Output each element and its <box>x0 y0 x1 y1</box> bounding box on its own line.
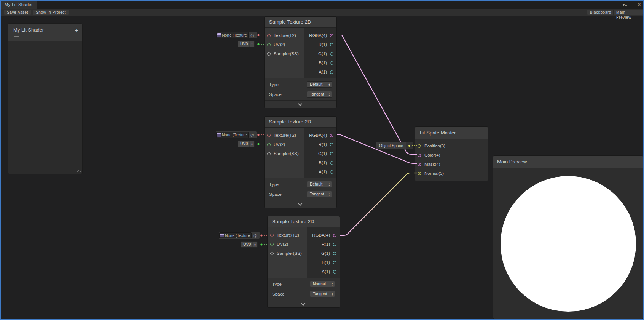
port-label: Color(4) <box>424 153 440 157</box>
port-uv-input[interactable] <box>267 43 271 46</box>
chevron-down-icon <box>301 301 305 305</box>
port-sampler-input[interactable] <box>270 252 274 255</box>
port-texture-input[interactable] <box>267 34 271 37</box>
port-b-output[interactable] <box>333 261 336 264</box>
uv-channel-dropdown-1[interactable]: UV0 ▲▼ <box>238 41 255 47</box>
port-rgba-output[interactable] <box>333 234 336 237</box>
node-title: Sample Texture 2D <box>268 216 340 227</box>
main-preview-toggle-button[interactable]: Main Preview <box>613 10 643 15</box>
type-label: Type <box>269 182 279 187</box>
port-b-output[interactable] <box>330 61 333 65</box>
port-label: R(1) <box>319 142 327 147</box>
uv-channel-dropdown-2[interactable]: UV0 ▲▼ <box>238 141 255 147</box>
sample-texture-2d-node-1[interactable]: Sample Texture 2D Texture(T2) UV(2) Samp… <box>264 16 337 108</box>
shader-preview-sphere <box>501 176 636 312</box>
tab-bar: My Lit Shader ▾≡ ✕ <box>1 1 643 9</box>
main-preview-header[interactable]: Main Preview <box>493 156 643 168</box>
port-label: RGBA(4) <box>309 133 327 138</box>
sample-texture-2d-node-2[interactable]: Sample Texture 2D Texture(T2) UV(2) Samp… <box>264 116 337 208</box>
blackboard-title: My Lit Shader <box>13 27 44 33</box>
object-picker-icon[interactable]: ◎ <box>249 32 256 38</box>
space-label: Space <box>272 292 285 296</box>
port-normal-input[interactable] <box>418 172 421 175</box>
port-a-output[interactable] <box>330 70 333 74</box>
chevron-down-icon <box>298 101 302 106</box>
port-b-output[interactable] <box>330 161 333 165</box>
blackboard-header[interactable]: My Lit Shader + <box>8 24 82 41</box>
node-title: Sample Texture 2D <box>265 17 336 28</box>
uv-channel-dropdown-3[interactable]: UV0 ▲▼ <box>241 241 258 248</box>
port-label: B(1) <box>319 61 327 65</box>
add-property-button[interactable]: + <box>75 27 78 34</box>
space-label: Space <box>269 92 282 97</box>
port-label: UV(2) <box>277 242 288 246</box>
port-uv-input[interactable] <box>267 143 271 146</box>
port-rgba-output[interactable] <box>330 134 333 137</box>
type-dropdown[interactable]: Normal▲▼ <box>310 281 335 287</box>
position-default-pill[interactable]: Object Space <box>376 142 413 149</box>
port-label: UV(2) <box>274 142 285 147</box>
port-label: Texture(T2) <box>277 233 299 237</box>
texture-object-field-2[interactable]: None (Texture ◎ <box>216 131 257 138</box>
port-g-output[interactable] <box>330 152 333 155</box>
port-r-output[interactable] <box>330 143 333 146</box>
show-in-project-button[interactable]: Show In Project <box>33 10 69 15</box>
port-color-input[interactable] <box>418 154 421 157</box>
port-uv-input[interactable] <box>270 243 274 246</box>
maximize-icon[interactable] <box>631 3 634 6</box>
dropdown-arrows-icon: ▲▼ <box>330 291 335 297</box>
space-dropdown[interactable]: Tangent▲▼ <box>310 291 335 297</box>
port-label: Sampler(SS) <box>274 51 299 56</box>
space-label: Space <box>269 192 282 197</box>
port-sampler-input[interactable] <box>267 52 271 56</box>
type-dropdown[interactable]: Default▲▼ <box>307 181 332 187</box>
collapse-previews-button[interactable] <box>265 100 336 108</box>
tab-my-lit-shader[interactable]: My Lit Shader <box>1 1 37 9</box>
dropdown-arrows-icon: ▲▼ <box>327 82 332 87</box>
port-texture-input[interactable] <box>267 134 271 137</box>
texture-thumbnail-icon <box>220 234 224 237</box>
chevron-down-icon <box>298 201 302 205</box>
blackboard-toggle-button[interactable]: Blackboard <box>587 10 614 15</box>
port-a-output[interactable] <box>330 170 333 174</box>
port-r-output[interactable] <box>333 243 336 246</box>
port-label: G(1) <box>318 51 327 56</box>
port-a-output[interactable] <box>333 270 336 274</box>
port-rgba-output[interactable] <box>330 34 333 37</box>
blackboard-resize-handle[interactable] <box>77 169 81 173</box>
type-dropdown[interactable]: Default▲▼ <box>307 81 332 88</box>
port-g-output[interactable] <box>333 252 336 255</box>
port-label: G(1) <box>321 251 330 256</box>
collapse-previews-button[interactable] <box>265 200 336 208</box>
blackboard-panel: My Lit Shader + <box>8 23 83 174</box>
port-label: Position(3) <box>424 144 445 148</box>
port-sampler-input[interactable] <box>267 152 271 155</box>
object-picker-icon[interactable]: ◎ <box>249 132 256 138</box>
port-mask-input[interactable] <box>418 163 421 166</box>
port-label: R(1) <box>322 242 330 246</box>
vector3-connector-dot <box>408 145 410 147</box>
texture-object-field-3[interactable]: None (Texture ◎ <box>219 232 260 239</box>
lit-sprite-master-node[interactable]: Lit Sprite Master Position(3) Color(4) M… <box>415 126 488 181</box>
texture-object-field-1[interactable]: None (Texture ◎ <box>216 32 257 38</box>
port-label: Sampler(SS) <box>277 251 302 256</box>
port-label: Mask(4) <box>424 162 440 166</box>
port-label: G(1) <box>318 151 327 156</box>
sample-texture-2d-node-3[interactable]: Sample Texture 2D Texture(T2) UV(2) Samp… <box>267 216 340 308</box>
port-r-output[interactable] <box>330 43 333 46</box>
space-dropdown[interactable]: Tangent▲▼ <box>307 191 332 197</box>
space-dropdown[interactable]: Tangent▲▼ <box>307 91 332 98</box>
close-icon[interactable]: ✕ <box>638 1 641 9</box>
port-label: A(1) <box>322 269 330 274</box>
layout-dropdown-icon[interactable]: ▾≡ <box>623 1 627 9</box>
dropdown-arrows-icon: ▲▼ <box>252 242 257 247</box>
port-label: UV(2) <box>274 42 285 47</box>
port-g-output[interactable] <box>330 52 333 56</box>
object-picker-icon[interactable]: ◎ <box>252 232 259 238</box>
type-label: Type <box>269 82 279 87</box>
port-texture-input[interactable] <box>270 234 274 237</box>
port-label: R(1) <box>319 42 327 47</box>
collapse-previews-button[interactable] <box>268 300 340 307</box>
port-position-input[interactable] <box>418 144 421 148</box>
save-asset-button[interactable]: Save Asset <box>4 10 31 15</box>
